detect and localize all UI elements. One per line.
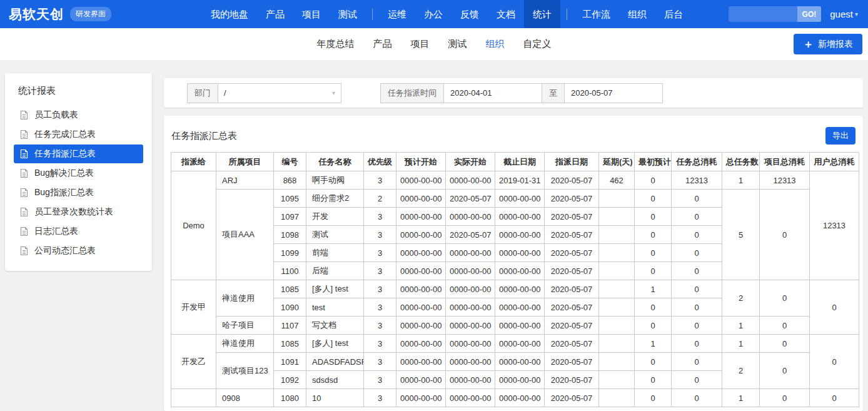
- interface-badge: 研发界面: [70, 7, 111, 21]
- table-cell: 1100: [274, 262, 306, 280]
- sidebar-item-label: 公司动态汇总表: [34, 245, 96, 256]
- table-cell: 0000-00-00: [396, 262, 446, 280]
- table-cell: 0000-00-00: [495, 262, 545, 280]
- table-cell: 0000-00-00: [396, 298, 446, 317]
- table-cell: 0000-00-00: [495, 226, 545, 244]
- search-input[interactable]: [729, 9, 797, 19]
- table-cell: 0: [635, 171, 672, 190]
- column-header-指派日期: 指派日期: [545, 153, 599, 171]
- navbar-right: GO! guest ▾: [729, 6, 858, 22]
- table-cell: 1085: [274, 280, 306, 298]
- nav-item-统计[interactable]: 统计: [524, 0, 560, 28]
- subnav-item-自定义[interactable]: 自定义: [523, 38, 552, 50]
- subnav-item-测试[interactable]: 测试: [448, 38, 467, 50]
- table-cell: 0: [672, 353, 722, 371]
- table-cell: 写文档: [306, 317, 364, 335]
- nav-item-项目[interactable]: 项目: [293, 0, 330, 28]
- document-icon: [19, 129, 29, 140]
- app-logo[interactable]: 易软天创: [9, 6, 64, 23]
- table-cell: 462: [599, 171, 635, 190]
- dept-select[interactable]: / ▾: [218, 83, 341, 103]
- table-cell: 1091: [274, 353, 306, 371]
- dept-filter-group: 部门 / ▾: [187, 83, 341, 103]
- column-header-延期(天): 延期(天): [599, 153, 635, 171]
- table-cell: 后端: [306, 262, 364, 280]
- table-cell: 2020-05-07: [545, 171, 599, 190]
- table-cell: 2020-05-07: [545, 280, 599, 298]
- chevron-down-icon: ▾: [855, 11, 858, 18]
- date-to-input[interactable]: [564, 83, 663, 103]
- sidebar-item-Bug解决汇总表[interactable]: Bug解决汇总表: [14, 164, 143, 183]
- subnav-item-产品[interactable]: 产品: [373, 38, 392, 50]
- subnav-item-组织[interactable]: 组织: [486, 38, 505, 50]
- assignment-summary-table: 指派给所属项目编号任务名称优先级预计开始实际开始截止日期指派日期延期(天)最初预…: [171, 152, 859, 407]
- nav-item-组织[interactable]: 组织: [619, 0, 655, 28]
- sidebar-item-公司动态汇总表[interactable]: 公司动态汇总表: [14, 241, 143, 260]
- nav-item-产品[interactable]: 产品: [257, 0, 293, 28]
- table-cell: 0000-00-00: [396, 190, 446, 208]
- sidebar-item-Bug指派汇总表[interactable]: Bug指派汇总表: [14, 183, 143, 202]
- table-cell: 0000-00-00: [446, 280, 495, 298]
- search-go-button[interactable]: GO!: [797, 6, 822, 22]
- table-cell: 前端: [306, 244, 364, 262]
- add-report-button[interactable]: ＋ 新增报表: [794, 34, 862, 54]
- user-menu[interactable]: guest ▾: [830, 9, 858, 19]
- table-cell: 0: [810, 335, 859, 389]
- sidebar-item-任务指派汇总表[interactable]: 任务指派汇总表: [14, 145, 143, 163]
- nav-item-我的地盘[interactable]: 我的地盘: [202, 0, 257, 28]
- nav-item-工作流[interactable]: 工作流: [573, 0, 619, 28]
- nav-item-测试[interactable]: 测试: [330, 0, 366, 28]
- document-icon: [19, 207, 29, 217]
- table-cell: 禅道使用: [216, 280, 274, 317]
- table-cell: 868: [274, 171, 306, 190]
- sidebar-item-日志汇总表[interactable]: 日志汇总表: [14, 222, 143, 241]
- table-cell: 0000-00-00: [446, 335, 495, 353]
- table-cell: 1092: [274, 371, 306, 389]
- nav-item-运维[interactable]: 运维: [379, 0, 415, 28]
- sidebar-item-员工登录次数统计表[interactable]: 员工登录次数统计表: [14, 203, 143, 221]
- table-cell: [多人] test: [306, 335, 364, 353]
- table-cell: 0: [635, 244, 672, 262]
- table-cell: 0: [672, 190, 722, 208]
- table-cell: 0: [760, 353, 810, 389]
- nav-item-后台[interactable]: 后台: [655, 0, 692, 28]
- table-cell: 0000-00-00: [446, 244, 495, 262]
- table-row: 测试项目1231091ADASDFADSF30000-00-000000-00-…: [171, 353, 859, 371]
- table-cell: 0000-00-00: [446, 262, 495, 280]
- table-row: 090810801030000-00-000000-00-000000-00-0…: [171, 389, 859, 407]
- table-cell: 1098: [274, 226, 306, 244]
- report-panel: 任务指派汇总表 导出 指派给所属项目编号任务名称优先级预计开始实际开始截止日期指…: [164, 116, 863, 411]
- table-cell: 1: [722, 389, 760, 407]
- export-button[interactable]: 导出: [825, 127, 855, 145]
- search-box: GO!: [729, 6, 821, 22]
- table-cell: 0: [672, 298, 722, 317]
- nav-item-文档[interactable]: 文档: [488, 0, 524, 28]
- table-cell: 10: [306, 389, 364, 407]
- table-cell: 0000-00-00: [495, 317, 545, 335]
- subnav-item-项目[interactable]: 项目: [411, 38, 430, 50]
- nav-item-反馈[interactable]: 反馈: [452, 0, 488, 28]
- table-cell: [171, 389, 216, 407]
- table-cell: 0000-00-00: [446, 353, 495, 371]
- table-cell: 开发: [306, 208, 364, 226]
- nav-item-办公[interactable]: 办公: [415, 0, 452, 28]
- column-header-总任务数: 总任务数: [722, 153, 760, 171]
- document-icon: [19, 168, 29, 178]
- report-sidebar: 统计报表 员工负载表任务完成汇总表任务指派汇总表Bug解决汇总表Bug指派汇总表…: [5, 73, 152, 271]
- table-cell: 2020-05-07: [446, 190, 495, 208]
- nav-divider: [372, 9, 373, 20]
- table-cell: ADASDFADSF: [306, 353, 364, 371]
- table-cell: 禅道使用: [216, 335, 274, 353]
- sidebar-item-员工负载表[interactable]: 员工负载表: [14, 106, 143, 124]
- table-cell: 0000-00-00: [396, 335, 446, 353]
- column-header-预计开始: 预计开始: [396, 153, 446, 171]
- table-cell: 0: [672, 335, 722, 353]
- table-cell: 0: [672, 208, 722, 226]
- sidebar-item-任务完成汇总表[interactable]: 任务完成汇总表: [14, 125, 143, 144]
- dept-select-value: /: [224, 88, 226, 98]
- table-cell: 2019-01-31: [495, 171, 545, 190]
- table-cell: 3: [364, 353, 396, 371]
- date-from-input[interactable]: [443, 83, 542, 103]
- subnav-item-年度总结[interactable]: 年度总结: [317, 38, 355, 50]
- table-cell: 2020-05-07: [446, 226, 495, 244]
